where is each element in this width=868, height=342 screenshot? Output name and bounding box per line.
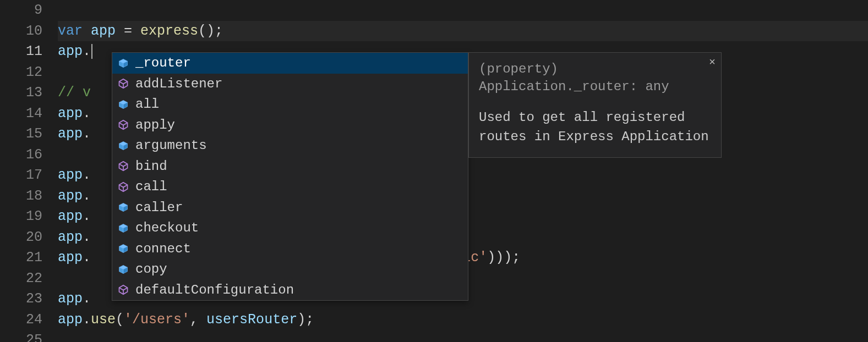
- line-number: 19: [0, 206, 42, 227]
- suggestion-item[interactable]: defaultConfiguration: [112, 280, 468, 301]
- suggestion-item[interactable]: apply: [112, 115, 468, 136]
- suggestion-label: all: [135, 97, 159, 112]
- suggestion-documentation: Used to get all registered routes in Exp…: [479, 108, 711, 147]
- code-line: app.use('/users', usersRouter);: [58, 310, 868, 330]
- line-number: 11: [0, 41, 42, 62]
- line-number: 12: [0, 62, 42, 83]
- field-icon: [118, 140, 129, 151]
- suggestion-label: connect: [135, 241, 191, 256]
- suggestion-label: addListener: [135, 76, 222, 91]
- field-icon: [118, 58, 129, 69]
- suggestion-item[interactable]: caller: [112, 197, 468, 218]
- code-line: var app = express();: [58, 21, 868, 42]
- suggestion-item[interactable]: connect: [112, 239, 468, 260]
- suggestion-item[interactable]: call: [112, 176, 468, 197]
- line-number: 21: [0, 247, 42, 268]
- line-number: 14: [0, 103, 42, 124]
- code-line: [58, 0, 868, 21]
- suggestion-label: bind: [135, 159, 167, 174]
- intellisense-details-pane: × (property) Application._router: any Us…: [468, 52, 722, 158]
- line-number: 17: [0, 165, 42, 186]
- line-number: 20: [0, 227, 42, 248]
- line-number: 13: [0, 82, 42, 103]
- method-icon: [118, 161, 129, 172]
- line-number: 10: [0, 21, 42, 42]
- line-number: 15: [0, 124, 42, 145]
- line-number-gutter: 910111213141516171819202122232425: [0, 0, 58, 342]
- line-number: 22: [0, 268, 42, 289]
- suggestion-item[interactable]: arguments: [112, 135, 468, 156]
- intellisense-suggest-widget[interactable]: _routeraddListenerallapplyargumentsbindc…: [112, 52, 468, 301]
- line-number: 24: [0, 310, 42, 330]
- field-icon: [118, 99, 129, 110]
- text-cursor: [91, 44, 92, 59]
- method-icon: [118, 119, 129, 130]
- field-icon: [118, 223, 129, 234]
- method-icon: [118, 284, 129, 295]
- suggestion-signature: (property) Application._router: any: [479, 60, 711, 96]
- suggestion-label: checkout: [135, 220, 199, 235]
- suggestion-item[interactable]: addListener: [112, 74, 468, 95]
- suggestion-label: apply: [135, 118, 175, 133]
- method-icon: [118, 181, 129, 192]
- suggestion-item[interactable]: checkout: [112, 218, 468, 239]
- suggestion-item[interactable]: copy: [112, 259, 468, 280]
- suggestion-item[interactable]: bind: [112, 156, 468, 177]
- suggestion-label: defaultConfiguration: [135, 283, 294, 297]
- field-icon: [118, 202, 129, 213]
- line-number: 9: [0, 0, 42, 21]
- field-icon: [118, 243, 129, 254]
- line-number: 25: [0, 330, 42, 342]
- field-icon: [118, 264, 129, 275]
- line-number: 18: [0, 186, 42, 207]
- suggestion-item[interactable]: _router: [112, 53, 468, 74]
- line-number: 23: [0, 289, 42, 310]
- suggestion-label: _router: [135, 56, 191, 70]
- suggestion-label: call: [135, 179, 167, 194]
- suggestion-label: caller: [135, 200, 183, 215]
- method-icon: [118, 78, 129, 89]
- line-number: 16: [0, 145, 42, 166]
- code-line: [58, 330, 868, 342]
- close-icon[interactable]: ×: [709, 56, 716, 69]
- suggestion-label: copy: [135, 262, 167, 277]
- suggestion-item[interactable]: all: [112, 94, 468, 115]
- suggestion-label: arguments: [135, 138, 207, 153]
